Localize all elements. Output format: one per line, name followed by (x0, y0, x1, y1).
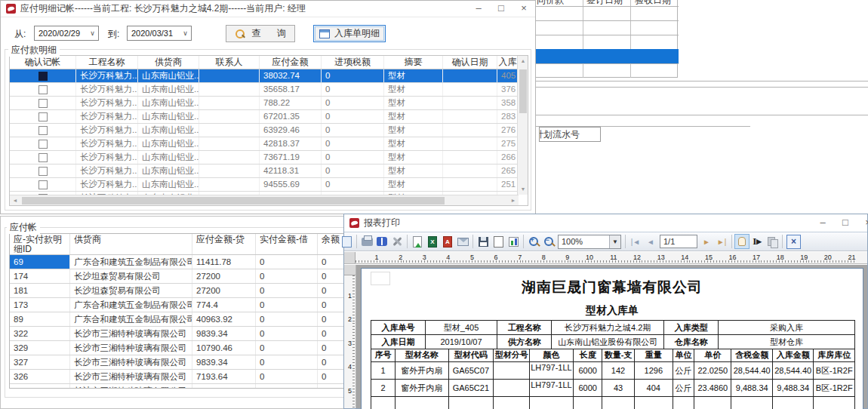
cell-id[interactable]: 327 (10, 355, 70, 369)
payable-account-row[interactable]: 89 广东合和建筑五金制品有限公司 40963.92 0 0 (10, 312, 349, 327)
cell-supplier[interactable]: 广东合和建筑五金制品有限公司 (70, 298, 192, 312)
settings-icon[interactable] (389, 234, 405, 249)
cell-contact[interactable] (199, 97, 260, 109)
confirm-cell[interactable] (10, 137, 76, 150)
zoom-in-icon[interactable]: + (526, 234, 541, 249)
chevron-down-icon[interactable]: ∨ (180, 29, 191, 37)
cell-debit[interactable]: 0 (256, 255, 318, 269)
contract-selected-row[interactable] (532, 49, 679, 63)
cell-inbound-no[interactable]: 275 (497, 137, 519, 150)
confirm-cell[interactable] (10, 124, 76, 137)
payable-detail-row[interactable]: 长沙万科魅力... 山东南山铝业... 35658.17 0 型材 376 (10, 83, 519, 97)
cell-summary[interactable]: 型材 (384, 124, 443, 137)
confirm-cell[interactable] (10, 97, 76, 109)
cell-debit[interactable]: 0 (256, 298, 318, 312)
close-button[interactable]: × (857, 215, 868, 232)
cell-supplier[interactable]: 长沙市三湘特种玻璃有限公司 (70, 384, 192, 389)
text-select-icon[interactable]: I▸ (749, 234, 765, 249)
preview-area[interactable]: 123456 湖南巨晟门窗幕墙有限公司 型材入库单 入库单号 型材_405 工程… (344, 265, 867, 408)
page-indicator-input[interactable]: 1/1 (660, 235, 697, 248)
minimize-button[interactable]: – (811, 215, 834, 232)
cell-inbound-no[interactable]: 358 (497, 97, 519, 109)
cell-inbound-no[interactable]: 251 (497, 178, 519, 191)
cell-id[interactable]: 181 (10, 284, 70, 297)
payable-account-row[interactable]: 173 广东合和建筑五金制品有限公司 774.4 0 0 (10, 298, 349, 312)
cell-id[interactable]: 329 (10, 341, 70, 355)
cell-project[interactable]: 长沙万科魅力... (76, 69, 138, 82)
payable-account-row[interactable]: 329 长沙市三湘特种玻璃有限公司 10790.46 0 0 (10, 341, 349, 355)
first-page-icon[interactable]: |◄ (628, 238, 643, 246)
inbound-detail-button[interactable]: 入库单明细 (313, 25, 386, 42)
cell-amount[interactable]: 788.22 (260, 97, 322, 109)
scroll-down-icon[interactable]: ▼ (518, 184, 528, 195)
cell-project[interactable]: 长沙万科魅力... (76, 178, 138, 191)
zoom-level-combo[interactable]: 100% ▼ (558, 235, 621, 249)
cell-confirm-date[interactable] (443, 124, 497, 137)
cell-debit[interactable]: 0 (256, 341, 318, 355)
cell-inbound-no[interactable]: 265 (497, 165, 519, 177)
cell-debit[interactable]: 0 (256, 284, 318, 297)
minimize-button[interactable]: – (467, 1, 490, 17)
cell-contact[interactable] (199, 165, 260, 177)
cell-summary[interactable]: 型材 (384, 151, 443, 164)
cell-debit[interactable]: 0 (256, 355, 318, 369)
cell-amount[interactable]: 94555.69 (260, 178, 322, 191)
cell-confirm-date[interactable] (443, 83, 497, 96)
cell-project[interactable]: 长沙万科魅力... (76, 165, 138, 177)
cell-contact[interactable] (199, 69, 260, 82)
payable-detail-column-header[interactable]: 确认记帐 (10, 56, 76, 69)
payable-detail-column-header[interactable]: 应付金额 (260, 56, 322, 69)
cell-contact[interactable] (199, 137, 260, 150)
cell-supplier[interactable]: 广东合和建筑五金制品有限公司 (70, 255, 192, 269)
hand-tool-icon[interactable] (734, 234, 749, 249)
cell-contact[interactable] (199, 83, 260, 96)
scroll-right-icon[interactable]: ► (508, 195, 519, 206)
cell-confirm-date[interactable] (443, 110, 497, 123)
payable-account-row[interactable]: 174 长沙坦森贸易有限公司 27200 0 0 (10, 269, 349, 284)
cell-confirm-date[interactable] (443, 151, 497, 164)
cell-contact[interactable] (199, 110, 260, 123)
cell-amount[interactable]: 73671.19 (260, 151, 322, 164)
confirm-checkbox[interactable] (38, 99, 48, 108)
payable-account-column-header[interactable]: 供货商 (70, 234, 192, 254)
from-date-combo[interactable]: 2020/02/29 ∨ (34, 26, 99, 41)
payable-detail-column-header[interactable]: 进项税额 (322, 56, 384, 69)
confirm-checkbox[interactable] (38, 167, 48, 176)
cell-supplier[interactable]: 山东南山铝业... (138, 110, 199, 123)
chart-icon[interactable] (506, 234, 521, 249)
export-icon[interactable] (410, 234, 425, 249)
email-icon[interactable] (455, 234, 470, 249)
next-page-icon[interactable]: ► (699, 238, 714, 246)
cell-debit[interactable]: 0 (256, 370, 318, 383)
cell-project[interactable]: 长沙万科魅力... (76, 137, 138, 150)
payable-account-row[interactable]: 327 长沙市三湘特种玻璃有限公司 9839.34 0 0 (10, 355, 349, 370)
confirm-checkbox[interactable] (38, 126, 48, 135)
cell-credit[interactable]: 774.4 (192, 298, 256, 312)
report-print-titlebar[interactable]: 报表打印 – □ × (344, 214, 867, 232)
pdf-export-icon[interactable]: A (440, 234, 455, 249)
cell-id[interactable]: 174 (10, 269, 70, 283)
cell-confirm-date[interactable] (443, 165, 497, 177)
confirm-cell[interactable] (10, 110, 76, 123)
cell-contact[interactable] (199, 151, 260, 164)
payable-account-column-header[interactable]: 应-实付款明细ID (10, 234, 70, 254)
cell-amount[interactable]: 63929.46 (260, 124, 322, 137)
cell-amount[interactable]: 67201.35 (260, 110, 322, 123)
cell-supplier[interactable]: 长沙市三湘特种玻璃有限公司 (70, 370, 192, 383)
cell-id[interactable] (10, 384, 70, 389)
payable-detail-row[interactable]: 长沙万科魅力... 山东南山铝业... 42118.31 0 型材 265 (10, 165, 519, 178)
cell-project[interactable]: 长沙万科魅力... (76, 110, 138, 123)
confirm-checkbox[interactable] (38, 180, 48, 189)
cell-credit[interactable]: 27200 (192, 284, 256, 297)
confirm-cell[interactable] (10, 151, 76, 164)
payable-detail-column-header[interactable]: 联系人 (199, 56, 260, 69)
payable-detail-row[interactable]: 长沙万科魅力... 山东南山铝业... 788.22 0 型材 358 (10, 97, 519, 110)
payable-account-row[interactable]: 322 长沙市三湘特种玻璃有限公司 9839.34 0 0 (10, 327, 349, 341)
cell-supplier[interactable]: 广东合和建筑五金制品有限公司 (70, 312, 192, 326)
cell-contact[interactable] (199, 178, 260, 191)
cell-supplier[interactable]: 山东南山铝业... (138, 178, 199, 191)
cell-supplier[interactable]: 山东南山铝业... (138, 165, 199, 177)
query-button[interactable]: 查 询 (226, 25, 295, 42)
cell-tax[interactable]: 0 (322, 124, 384, 137)
maximize-button[interactable]: □ (834, 215, 857, 232)
